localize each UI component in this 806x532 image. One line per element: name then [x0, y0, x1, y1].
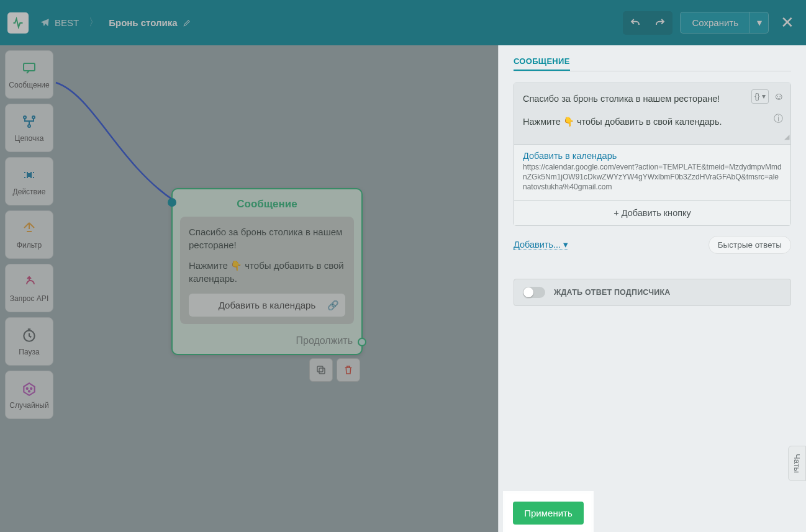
- button-title: Добавить в календарь: [523, 151, 782, 161]
- redo-icon: [654, 17, 666, 29]
- editor-tools: {} ▾ ☺: [751, 88, 784, 105]
- node-port-in[interactable]: [168, 198, 176, 207]
- button-url: https://calendar.google.com/event?action…: [523, 162, 782, 192]
- wait-toggle[interactable]: [523, 287, 545, 298]
- info-icon[interactable]: ⓘ: [774, 112, 783, 126]
- copy-icon: [315, 364, 327, 376]
- quick-replies-button[interactable]: Быстрые ответы: [709, 236, 791, 254]
- trash-icon: [343, 364, 354, 376]
- undo-button[interactable]: [623, 11, 648, 35]
- edit-icon[interactable]: [183, 19, 191, 27]
- button-config[interactable]: Добавить в календарь https://calendar.go…: [514, 144, 790, 200]
- node-title: Сообщение: [173, 189, 361, 217]
- emoji-button[interactable]: ☺: [774, 88, 784, 105]
- wait-label: ЖДАТЬ ОТВЕТ ПОДПИСЧИКА: [554, 288, 671, 297]
- save-button[interactable]: Сохранить: [681, 12, 749, 33]
- node-port-out[interactable]: [358, 338, 366, 346]
- add-element-label: Добавить...: [514, 240, 561, 250]
- svg-point-7: [30, 388, 32, 389]
- duplicate-button[interactable]: [309, 358, 333, 382]
- breadcrumb: BEST 〉 Бронь столика: [40, 16, 623, 29]
- chevron-right-icon: 〉: [89, 16, 99, 29]
- api-icon: [20, 273, 38, 291]
- node-text: Спасибо за бронь столика в нашем рестора…: [189, 225, 345, 285]
- node-button-label: Добавить в календарь: [219, 300, 315, 310]
- random-icon: [20, 380, 38, 397]
- node-actions: [309, 358, 360, 382]
- chevron-down-icon: ▾: [563, 240, 568, 250]
- undo-icon: [630, 17, 641, 29]
- tool-pause[interactable]: Пауза: [5, 317, 53, 366]
- top-actions: Сохранить ▾ ✕: [623, 11, 799, 35]
- wait-response-block: ЖДАТЬ ОТВЕТ ПОДПИСЧИКА: [514, 279, 791, 306]
- apply-highlight: Применить: [505, 494, 591, 532]
- tool-api[interactable]: Запрос API: [5, 264, 53, 312]
- chats-tab[interactable]: Чаты: [788, 446, 806, 481]
- svg-rect-9: [319, 368, 325, 374]
- svg-point-8: [29, 390, 30, 392]
- variable-button[interactable]: {} ▾: [751, 89, 768, 104]
- node-body: Спасибо за бронь столика в нашем рестора…: [180, 217, 354, 324]
- save-dropdown[interactable]: ▾: [749, 12, 768, 33]
- breadcrumb-bot[interactable]: BEST: [40, 17, 79, 28]
- apply-button[interactable]: Применить: [513, 502, 584, 525]
- tool-random[interactable]: Случайный: [5, 371, 53, 419]
- editor-line2: Нажмите 👇 чтобы добавить в свой календар…: [523, 115, 753, 129]
- message-editor: Спасибо за бронь столика в нашем рестора…: [514, 83, 791, 226]
- close-button[interactable]: ✕: [776, 13, 799, 32]
- editor-footer-row: Добавить... ▾ Быстрые ответы: [514, 236, 791, 254]
- tool-label: Случайный: [9, 401, 48, 410]
- tool-label: Запрос API: [10, 294, 48, 303]
- tool-label: Фильтр: [17, 241, 42, 250]
- breadcrumb-flow[interactable]: Бронь столика: [109, 17, 191, 28]
- pulse-icon: [12, 17, 24, 29]
- link-icon: 🔗: [327, 300, 339, 311]
- node-button[interactable]: Добавить в календарь 🔗: [189, 294, 345, 317]
- logo-button[interactable]: [7, 12, 29, 34]
- add-button[interactable]: + Добавить кнопку: [514, 200, 790, 225]
- resize-handle[interactable]: ◢: [784, 132, 789, 143]
- undo-redo-group: [623, 11, 672, 35]
- add-element-link[interactable]: Добавить... ▾: [514, 240, 568, 250]
- top-bar: BEST 〉 Бронь столика Сохранить ▾ ✕: [0, 0, 806, 45]
- editor-textarea[interactable]: Спасибо за бронь столика в нашем рестора…: [514, 83, 790, 144]
- close-icon: ✕: [781, 13, 794, 32]
- svg-rect-10: [317, 366, 323, 372]
- telegram-icon: [40, 18, 50, 28]
- message-node[interactable]: Сообщение Спасибо за бронь столика в наш…: [171, 188, 363, 355]
- delete-button[interactable]: [337, 358, 360, 382]
- tool-label: Пауза: [19, 348, 39, 356]
- divider: [514, 71, 791, 71]
- side-panel: СООБЩЕНИЕ Спасибо за бронь столика в наш…: [498, 45, 806, 532]
- flow-name: Бронь столика: [109, 17, 177, 28]
- node-text-line1: Спасибо за бронь столика в нашем рестора…: [189, 225, 345, 251]
- save-group: Сохранить ▾: [680, 12, 769, 34]
- node-text-line2: Нажмите 👇 чтобы добавить в свой календар…: [189, 259, 345, 285]
- editor-line1: Спасибо за бронь столика в нашем рестора…: [523, 92, 753, 106]
- redo-button[interactable]: [648, 11, 672, 35]
- node-continue[interactable]: Продолжить: [173, 331, 361, 354]
- panel-title: СООБЩЕНИЕ: [514, 56, 570, 71]
- pause-icon: [20, 327, 38, 344]
- svg-point-6: [27, 388, 28, 389]
- bot-name: BEST: [55, 17, 79, 28]
